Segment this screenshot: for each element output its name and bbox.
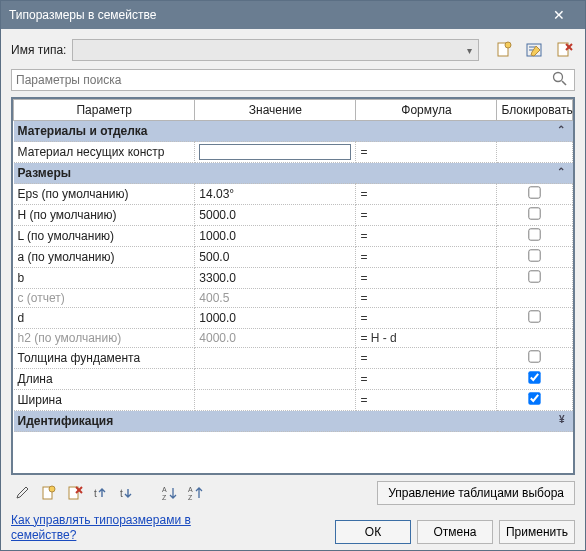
formula-cell[interactable]: = bbox=[356, 184, 497, 205]
value-cell[interactable]: 4000.0 bbox=[195, 329, 356, 348]
formula-cell[interactable]: = bbox=[356, 142, 497, 163]
table-row[interactable]: L (по умолчанию)1000.0= bbox=[14, 226, 573, 247]
param-cell[interactable]: Ширина bbox=[14, 390, 195, 411]
table-row[interactable]: Толщина фундамента= bbox=[14, 348, 573, 369]
param-cell[interactable]: Материал несущих констр bbox=[14, 142, 195, 163]
lock-checkbox[interactable] bbox=[529, 186, 541, 198]
chevron-collapsed-icon: ¥ bbox=[559, 414, 565, 425]
move-up-icon[interactable]: t bbox=[89, 482, 113, 504]
new-type-icon[interactable] bbox=[493, 39, 515, 61]
parameter-grid[interactable]: Параметр Значение Формула Блокировать Ма… bbox=[11, 97, 575, 475]
param-cell[interactable]: H (по умолчанию) bbox=[14, 205, 195, 226]
help-link[interactable]: Как управлять типоразмерами в семействе? bbox=[11, 513, 211, 544]
param-cell[interactable]: a (по умолчанию) bbox=[14, 247, 195, 268]
param-cell[interactable]: L (по умолчанию) bbox=[14, 226, 195, 247]
chevron-expanded-icon: ⌃ bbox=[557, 166, 565, 177]
group-header[interactable]: Идентификация¥ bbox=[14, 411, 573, 432]
value-cell[interactable]: 14.03° bbox=[195, 184, 356, 205]
formula-cell[interactable]: = bbox=[356, 205, 497, 226]
param-cell[interactable]: Длина bbox=[14, 369, 195, 390]
type-name-row: Имя типа: ▾ bbox=[11, 39, 575, 61]
formula-cell[interactable]: = bbox=[356, 268, 497, 289]
value-cell[interactable]: 3300.0 bbox=[195, 268, 356, 289]
value-cell[interactable]: 400.5 bbox=[195, 289, 356, 308]
group-header[interactable]: Материалы и отделка⌃ bbox=[14, 121, 573, 142]
table-row[interactable]: b3300.0= bbox=[14, 268, 573, 289]
close-icon[interactable]: ✕ bbox=[541, 7, 577, 23]
param-cell[interactable]: d bbox=[14, 308, 195, 329]
search-icon[interactable] bbox=[552, 71, 570, 90]
param-cell[interactable]: Толщина фундамента bbox=[14, 348, 195, 369]
sort-desc-icon[interactable]: AZ bbox=[183, 482, 207, 504]
lock-checkbox[interactable] bbox=[529, 207, 541, 219]
formula-cell[interactable]: = bbox=[356, 348, 497, 369]
table-row[interactable]: h2 (по умолчанию)4000.0= H - d bbox=[14, 329, 573, 348]
formula-cell[interactable]: = bbox=[356, 289, 497, 308]
value-cell[interactable]: 1000.0 bbox=[195, 308, 356, 329]
type-name-label: Имя типа: bbox=[11, 43, 66, 57]
delete-param-icon[interactable] bbox=[63, 482, 87, 504]
formula-cell[interactable]: = bbox=[356, 247, 497, 268]
lock-checkbox[interactable] bbox=[529, 350, 541, 362]
sort-asc-icon[interactable]: AZ bbox=[157, 482, 181, 504]
apply-button[interactable]: Применить bbox=[499, 520, 575, 544]
lock-cell bbox=[497, 205, 573, 226]
value-input[interactable] bbox=[199, 144, 351, 160]
value-cell[interactable] bbox=[195, 142, 356, 163]
lock-checkbox[interactable] bbox=[529, 270, 541, 282]
ok-button[interactable]: ОК bbox=[335, 520, 411, 544]
svg-text:t: t bbox=[94, 488, 97, 499]
col-lock[interactable]: Блокировать bbox=[497, 100, 573, 121]
delete-type-icon[interactable] bbox=[553, 39, 575, 61]
rename-type-icon[interactable] bbox=[523, 39, 545, 61]
lock-cell bbox=[497, 247, 573, 268]
table-row[interactable]: d1000.0= bbox=[14, 308, 573, 329]
value-cell[interactable] bbox=[195, 348, 356, 369]
param-cell[interactable]: c (отчет) bbox=[14, 289, 195, 308]
formula-cell[interactable]: = bbox=[356, 308, 497, 329]
group-header[interactable]: Размеры⌃ bbox=[14, 163, 573, 184]
svg-point-8 bbox=[554, 72, 563, 81]
value-cell[interactable] bbox=[195, 390, 356, 411]
svg-point-1 bbox=[505, 42, 511, 48]
lock-checkbox[interactable] bbox=[529, 392, 541, 404]
table-row[interactable]: Eps (по умолчанию)14.03°= bbox=[14, 184, 573, 205]
value-cell[interactable]: 500.0 bbox=[195, 247, 356, 268]
table-row[interactable]: Материал несущих констр= bbox=[14, 142, 573, 163]
formula-cell[interactable]: = bbox=[356, 369, 497, 390]
svg-line-9 bbox=[562, 81, 566, 85]
value-cell[interactable]: 1000.0 bbox=[195, 226, 356, 247]
manage-lookup-tables-button[interactable]: Управление таблицами выбора bbox=[377, 481, 575, 505]
value-cell[interactable] bbox=[195, 369, 356, 390]
cancel-button[interactable]: Отмена bbox=[417, 520, 493, 544]
lock-checkbox[interactable] bbox=[529, 249, 541, 261]
lock-checkbox[interactable] bbox=[529, 228, 541, 240]
move-down-icon[interactable]: t bbox=[115, 482, 139, 504]
col-formula[interactable]: Формула bbox=[356, 100, 497, 121]
param-cell[interactable]: b bbox=[14, 268, 195, 289]
table-row[interactable]: a (по умолчанию)500.0= bbox=[14, 247, 573, 268]
footer-buttons: ОК Отмена Применить bbox=[335, 520, 575, 544]
col-param[interactable]: Параметр bbox=[14, 100, 195, 121]
lock-checkbox[interactable] bbox=[529, 310, 541, 322]
dialog-window: Типоразмеры в семействе ✕ Имя типа: ▾ bbox=[0, 0, 586, 551]
dialog-body: Имя типа: ▾ bbox=[1, 29, 585, 550]
table-row[interactable]: H (по умолчанию)5000.0= bbox=[14, 205, 573, 226]
type-name-dropdown[interactable]: ▾ bbox=[72, 39, 479, 61]
col-value[interactable]: Значение bbox=[195, 100, 356, 121]
lock-checkbox[interactable] bbox=[529, 371, 541, 383]
chevron-down-icon: ▾ bbox=[460, 45, 478, 56]
param-cell[interactable]: Eps (по умолчанию) bbox=[14, 184, 195, 205]
formula-cell[interactable]: = H - d bbox=[356, 329, 497, 348]
formula-cell[interactable]: = bbox=[356, 390, 497, 411]
param-cell[interactable]: h2 (по умолчанию) bbox=[14, 329, 195, 348]
formula-cell[interactable]: = bbox=[356, 226, 497, 247]
table-row[interactable]: Длина= bbox=[14, 369, 573, 390]
table-row[interactable]: Ширина= bbox=[14, 390, 573, 411]
value-cell[interactable]: 5000.0 bbox=[195, 205, 356, 226]
pencil-icon[interactable] bbox=[11, 482, 35, 504]
search-input[interactable] bbox=[16, 73, 552, 87]
new-param-icon[interactable] bbox=[37, 482, 61, 504]
svg-text:A: A bbox=[162, 486, 167, 493]
table-row[interactable]: c (отчет)400.5= bbox=[14, 289, 573, 308]
